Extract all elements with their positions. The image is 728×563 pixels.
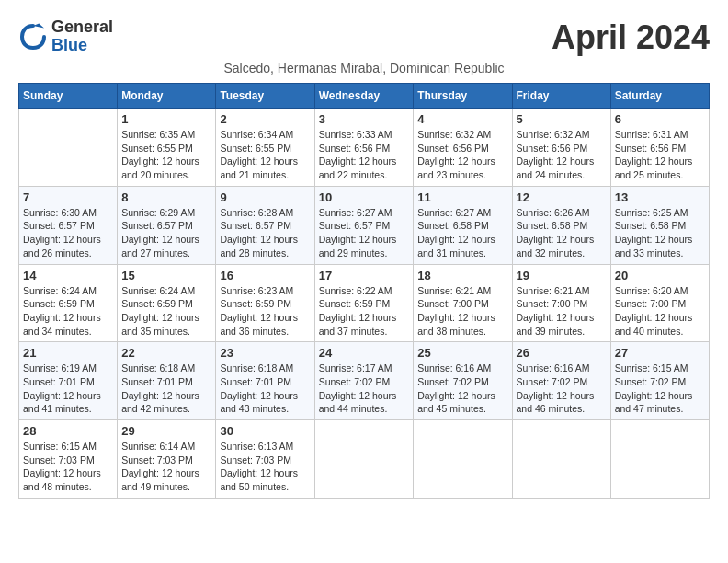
- calendar-cell: 1Sunrise: 6:35 AMSunset: 6:55 PMDaylight…: [118, 109, 216, 187]
- day-info: Sunrise: 6:31 AMSunset: 6:56 PMDaylight:…: [615, 128, 705, 182]
- weekday-monday: Monday: [118, 84, 216, 109]
- calendar-cell: 18Sunrise: 6:21 AMSunset: 7:00 PMDayligh…: [414, 264, 512, 342]
- calendar-cell: 6Sunrise: 6:31 AMSunset: 6:56 PMDaylight…: [610, 109, 709, 187]
- calendar-cell: 5Sunrise: 6:32 AMSunset: 6:56 PMDaylight…: [512, 109, 610, 187]
- calendar-cell: 20Sunrise: 6:20 AMSunset: 7:00 PMDayligh…: [610, 264, 709, 342]
- day-number: 16: [220, 269, 310, 282]
- day-info: Sunrise: 6:18 AMSunset: 7:01 PMDaylight:…: [121, 362, 211, 416]
- calendar-cell: [512, 420, 610, 499]
- calendar-week-4: 28Sunrise: 6:15 AMSunset: 7:03 PMDayligh…: [19, 420, 710, 499]
- logo-icon: [18, 22, 48, 52]
- calendar-cell: 10Sunrise: 6:27 AMSunset: 6:57 PMDayligh…: [314, 186, 414, 264]
- day-info: Sunrise: 6:34 AMSunset: 6:55 PMDaylight:…: [220, 128, 310, 182]
- day-number: 6: [615, 112, 705, 126]
- day-info: Sunrise: 6:22 AMSunset: 6:59 PMDaylight:…: [319, 284, 410, 339]
- weekday-sunday: Sunday: [19, 84, 118, 109]
- day-info: Sunrise: 6:17 AMSunset: 7:02 PMDaylight:…: [319, 362, 410, 416]
- day-info: Sunrise: 6:32 AMSunset: 6:56 PMDaylight:…: [517, 128, 607, 182]
- day-number: 5: [517, 112, 607, 126]
- day-info: Sunrise: 6:14 AMSunset: 7:03 PMDaylight:…: [121, 440, 211, 494]
- day-info: Sunrise: 6:16 AMSunset: 7:02 PMDaylight:…: [417, 362, 507, 416]
- logo: General Blue: [18, 18, 113, 55]
- day-info: Sunrise: 6:35 AMSunset: 6:55 PMDaylight:…: [121, 128, 211, 182]
- calendar-cell: 27Sunrise: 6:15 AMSunset: 7:02 PMDayligh…: [610, 342, 709, 420]
- day-number: 25: [417, 346, 507, 360]
- day-number: 1: [121, 112, 211, 126]
- calendar-week-1: 7Sunrise: 6:30 AMSunset: 6:57 PMDaylight…: [19, 186, 710, 264]
- weekday-thursday: Thursday: [414, 84, 512, 109]
- calendar-cell: 28Sunrise: 6:15 AMSunset: 7:03 PMDayligh…: [19, 420, 118, 499]
- calendar-cell: 16Sunrise: 6:23 AMSunset: 6:59 PMDayligh…: [216, 264, 314, 342]
- day-number: 10: [319, 190, 410, 204]
- calendar-cell: 2Sunrise: 6:34 AMSunset: 6:55 PMDaylight…: [216, 109, 314, 187]
- calendar-cell: 11Sunrise: 6:27 AMSunset: 6:58 PMDayligh…: [414, 186, 512, 264]
- day-info: Sunrise: 6:27 AMSunset: 6:58 PMDaylight:…: [417, 206, 507, 260]
- calendar-cell: 13Sunrise: 6:25 AMSunset: 6:58 PMDayligh…: [610, 186, 709, 264]
- calendar-cell: 22Sunrise: 6:18 AMSunset: 7:01 PMDayligh…: [118, 342, 216, 420]
- calendar-cell: 30Sunrise: 6:13 AMSunset: 7:03 PMDayligh…: [216, 420, 314, 499]
- calendar-cell: [414, 420, 512, 499]
- day-number: 27: [615, 346, 705, 360]
- calendar-body: 1Sunrise: 6:35 AMSunset: 6:55 PMDaylight…: [19, 109, 710, 499]
- day-info: Sunrise: 6:18 AMSunset: 7:01 PMDaylight:…: [220, 362, 310, 416]
- day-number: 28: [23, 424, 113, 438]
- calendar-week-3: 21Sunrise: 6:19 AMSunset: 7:01 PMDayligh…: [19, 342, 710, 420]
- calendar-cell: 9Sunrise: 6:28 AMSunset: 6:57 PMDaylight…: [216, 186, 314, 264]
- day-info: Sunrise: 6:21 AMSunset: 7:00 PMDaylight:…: [417, 284, 507, 339]
- day-info: Sunrise: 6:23 AMSunset: 6:59 PMDaylight:…: [220, 284, 310, 339]
- day-number: 19: [517, 269, 607, 282]
- day-info: Sunrise: 6:27 AMSunset: 6:57 PMDaylight:…: [319, 206, 410, 260]
- weekday-tuesday: Tuesday: [216, 84, 314, 109]
- weekday-friday: Friday: [512, 84, 610, 109]
- calendar-cell: [19, 109, 118, 187]
- calendar-cell: 17Sunrise: 6:22 AMSunset: 6:59 PMDayligh…: [314, 264, 414, 342]
- calendar-cell: 24Sunrise: 6:17 AMSunset: 7:02 PMDayligh…: [314, 342, 414, 420]
- day-info: Sunrise: 6:13 AMSunset: 7:03 PMDaylight:…: [220, 440, 310, 494]
- calendar-cell: 14Sunrise: 6:24 AMSunset: 6:59 PMDayligh…: [19, 264, 118, 342]
- page-header: General Blue April 2024: [18, 18, 710, 57]
- day-info: Sunrise: 6:16 AMSunset: 7:02 PMDaylight:…: [517, 362, 607, 416]
- calendar-cell: 12Sunrise: 6:26 AMSunset: 6:58 PMDayligh…: [512, 186, 610, 264]
- weekday-saturday: Saturday: [610, 84, 709, 109]
- location-subtitle: Salcedo, Hermanas Mirabal, Dominican Rep…: [18, 61, 710, 75]
- calendar-cell: 26Sunrise: 6:16 AMSunset: 7:02 PMDayligh…: [512, 342, 610, 420]
- day-info: Sunrise: 6:21 AMSunset: 7:00 PMDaylight:…: [517, 284, 607, 339]
- day-number: 30: [220, 424, 310, 438]
- day-info: Sunrise: 6:28 AMSunset: 6:57 PMDaylight:…: [220, 206, 310, 260]
- day-number: 21: [23, 346, 113, 360]
- day-number: 2: [220, 112, 310, 126]
- day-info: Sunrise: 6:15 AMSunset: 7:02 PMDaylight:…: [615, 362, 705, 416]
- day-number: 3: [319, 112, 410, 126]
- day-info: Sunrise: 6:19 AMSunset: 7:01 PMDaylight:…: [23, 362, 113, 416]
- day-number: 20: [615, 269, 705, 282]
- calendar-week-0: 1Sunrise: 6:35 AMSunset: 6:55 PMDaylight…: [19, 109, 710, 187]
- day-info: Sunrise: 6:20 AMSunset: 7:00 PMDaylight:…: [615, 284, 705, 339]
- day-number: 13: [615, 190, 705, 204]
- day-info: Sunrise: 6:25 AMSunset: 6:58 PMDaylight:…: [615, 206, 705, 260]
- day-number: 12: [517, 190, 607, 204]
- day-info: Sunrise: 6:29 AMSunset: 6:57 PMDaylight:…: [121, 206, 211, 260]
- weekday-wednesday: Wednesday: [314, 84, 414, 109]
- calendar-table: SundayMondayTuesdayWednesdayThursdayFrid…: [18, 83, 710, 499]
- calendar-cell: [314, 420, 414, 499]
- day-info: Sunrise: 6:26 AMSunset: 6:58 PMDaylight:…: [517, 206, 607, 260]
- month-title: April 2024: [552, 18, 710, 57]
- day-info: Sunrise: 6:24 AMSunset: 6:59 PMDaylight:…: [23, 284, 113, 339]
- logo-general-text: General: [51, 17, 113, 36]
- day-number: 22: [121, 346, 211, 360]
- day-number: 8: [121, 190, 211, 204]
- calendar-cell: [610, 420, 709, 499]
- calendar-cell: 15Sunrise: 6:24 AMSunset: 6:59 PMDayligh…: [118, 264, 216, 342]
- calendar-cell: 23Sunrise: 6:18 AMSunset: 7:01 PMDayligh…: [216, 342, 314, 420]
- day-number: 18: [417, 269, 507, 282]
- day-info: Sunrise: 6:30 AMSunset: 6:57 PMDaylight:…: [23, 206, 113, 260]
- day-number: 26: [517, 346, 607, 360]
- calendar-cell: 29Sunrise: 6:14 AMSunset: 7:03 PMDayligh…: [118, 420, 216, 499]
- calendar-cell: 25Sunrise: 6:16 AMSunset: 7:02 PMDayligh…: [414, 342, 512, 420]
- day-number: 23: [220, 346, 310, 360]
- calendar-cell: 3Sunrise: 6:33 AMSunset: 6:56 PMDaylight…: [314, 109, 414, 187]
- calendar-cell: 8Sunrise: 6:29 AMSunset: 6:57 PMDaylight…: [118, 186, 216, 264]
- calendar-cell: 4Sunrise: 6:32 AMSunset: 6:56 PMDaylight…: [414, 109, 512, 187]
- day-number: 17: [319, 269, 410, 282]
- day-info: Sunrise: 6:33 AMSunset: 6:56 PMDaylight:…: [319, 128, 410, 182]
